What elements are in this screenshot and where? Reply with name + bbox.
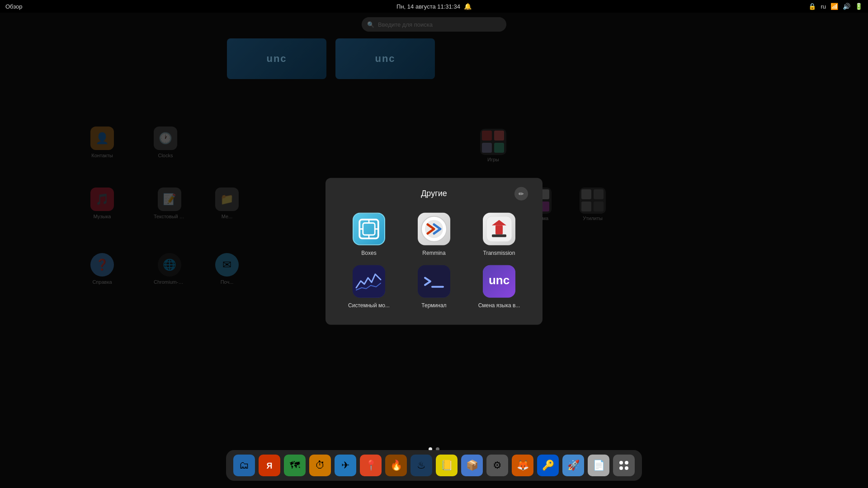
launcher-svg [615, 456, 633, 474]
terminal-label: Терминал [421, 302, 446, 309]
app-grid: Boxes Remmina [340, 213, 528, 309]
terminal-svg [418, 265, 450, 298]
lang-label: ru [821, 3, 826, 10]
app-item-language[interactable]: unc Смена языка в... [470, 265, 528, 309]
svg-rect-19 [615, 456, 633, 474]
svg-rect-12 [353, 265, 385, 298]
edit-icon: ✏ [519, 190, 524, 197]
transmission-svg [483, 213, 515, 245]
dock-yandex[interactable]: Я [259, 455, 280, 476]
terminal-icon [418, 265, 450, 298]
dock-maps2[interactable]: 📍 [360, 455, 382, 476]
dock-1password[interactable]: 🔑 [537, 455, 559, 476]
modal-header: Другие ✏ [340, 189, 528, 198]
remmina-label: Remmina [422, 250, 445, 256]
sysmon-icon [353, 265, 385, 298]
sysmon-label: Системный мо... [348, 302, 390, 309]
app-item-terminal[interactable]: Терминал [405, 265, 463, 309]
dock-app15[interactable]: 📄 [588, 455, 609, 476]
topbar-left: Обзор [5, 3, 23, 10]
modal-title: Другие [421, 189, 447, 198]
datetime-label: Пн, 14 августа 11:31:34 [396, 3, 460, 10]
battery-icon: 🔋 [855, 3, 863, 10]
lock-icon: 🔒 [808, 3, 816, 10]
dock-steam[interactable]: ♨ [410, 455, 432, 476]
app-item-boxes[interactable]: Boxes [340, 213, 398, 256]
topbar-center: Пн, 14 августа 11:31:34 🔔 [396, 3, 472, 10]
dock-transporter[interactable]: 📦 [461, 455, 483, 476]
dock-timeshift[interactable]: ⏱ [309, 455, 331, 476]
svg-point-21 [625, 461, 628, 465]
yandex-svg: Я [260, 456, 278, 474]
svg-point-23 [625, 466, 628, 470]
dock-maps[interactable]: 🗺 [284, 455, 306, 476]
dock-telegram[interactable]: ✈ [335, 455, 356, 476]
app-item-remmina[interactable]: Remmina [405, 213, 463, 256]
overview-button[interactable]: Обзор [5, 3, 23, 10]
svg-text:Я: Я [267, 461, 273, 470]
language-svg: unc [483, 265, 515, 298]
remmina-icon [418, 213, 450, 245]
dock: 🗂 Я 🗺 ⏱ ✈ 📍 🔥 ♨ 📒 📦 ⚙ 🦊 🔑 🚀 📄 [226, 450, 642, 481]
remmina-svg [418, 213, 450, 245]
sysmon-svg [353, 265, 385, 298]
language-icon: unc [483, 265, 515, 298]
boxes-svg [354, 214, 384, 244]
bell-icon: 🔔 [464, 3, 472, 10]
transmission-icon [483, 213, 515, 245]
svg-rect-1 [363, 223, 375, 235]
topbar: Обзор Пн, 14 августа 11:31:34 🔔 🔒 ru 📶 🔊… [0, 0, 868, 13]
dock-launcher[interactable] [613, 455, 635, 476]
modal-dialog: Другие ✏ Boxes [326, 178, 542, 325]
dock-app6[interactable]: 🔥 [385, 455, 407, 476]
svg-rect-10 [495, 225, 503, 235]
dock-files[interactable]: 🗂 [233, 455, 255, 476]
app-item-transmission[interactable]: Transmission [470, 213, 528, 256]
modal-edit-button[interactable]: ✏ [514, 187, 528, 200]
svg-rect-13 [418, 265, 450, 298]
dock-notes[interactable]: 📒 [436, 455, 458, 476]
transmission-label: Transmission [483, 250, 515, 256]
dock-teleport[interactable]: 🚀 [562, 455, 584, 476]
volume-icon: 🔊 [843, 3, 850, 10]
svg-text:unc: unc [489, 273, 509, 287]
dock-settings[interactable]: ⚙ [486, 455, 508, 476]
svg-point-22 [619, 466, 623, 470]
app-item-sysmon[interactable]: Системный мо... [340, 265, 398, 309]
topbar-right: 🔒 ru 📶 🔊 🔋 [808, 3, 863, 10]
svg-point-20 [619, 461, 623, 465]
language-label: Смена языка в... [478, 302, 520, 309]
wifi-icon: 📶 [830, 3, 838, 10]
boxes-icon [353, 213, 385, 245]
svg-rect-11 [492, 235, 506, 237]
dock-firefox[interactable]: 🦊 [512, 455, 533, 476]
boxes-label: Boxes [361, 250, 376, 256]
